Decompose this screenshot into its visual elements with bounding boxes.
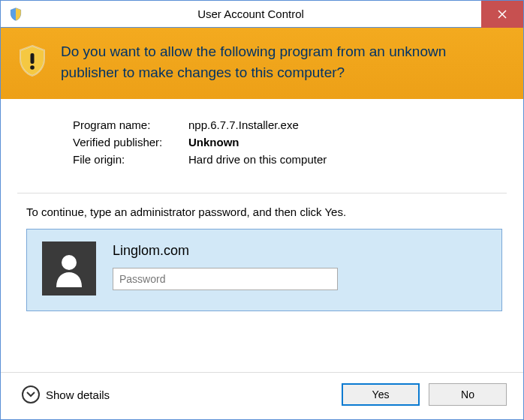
avatar bbox=[42, 242, 96, 296]
show-details-label: Show details bbox=[46, 388, 110, 401]
password-input[interactable] bbox=[113, 268, 338, 290]
publisher-label: Verified publisher: bbox=[73, 136, 188, 148]
svg-point-2 bbox=[62, 255, 77, 270]
detail-row: Program name: npp.6.7.7.Installer.exe bbox=[73, 118, 507, 131]
publisher-value: Unknown bbox=[188, 136, 507, 148]
chevron-down-icon bbox=[22, 386, 40, 404]
close-button[interactable] bbox=[481, 1, 523, 28]
show-details-toggle[interactable]: Show details bbox=[22, 386, 110, 404]
banner-text: Do you want to allow the following progr… bbox=[61, 41, 507, 82]
detail-row: Verified publisher: Unknown bbox=[73, 136, 507, 148]
warning-banner: Do you want to allow the following progr… bbox=[1, 28, 523, 99]
uac-dialog: User Account Control Do you want to allo… bbox=[0, 0, 524, 420]
no-button[interactable]: No bbox=[429, 383, 507, 406]
footer-buttons: Yes No bbox=[342, 383, 507, 406]
svg-point-1 bbox=[30, 65, 35, 70]
titlebar-title: User Account Control bbox=[23, 8, 523, 20]
svg-rect-0 bbox=[31, 53, 35, 64]
yes-button[interactable]: Yes bbox=[342, 383, 420, 406]
footer: Show details Yes No bbox=[1, 372, 523, 419]
instruction-text: To continue, type an administrator passw… bbox=[1, 194, 523, 229]
username-label: Linglom.com bbox=[113, 243, 486, 259]
titlebar: User Account Control bbox=[1, 1, 523, 28]
origin-label: File origin: bbox=[73, 153, 188, 166]
program-name-value: npp.6.7.7.Installer.exe bbox=[188, 118, 507, 131]
user-icon bbox=[50, 250, 88, 287]
credential-fields: Linglom.com bbox=[113, 242, 486, 296]
program-details: Program name: npp.6.7.7.Installer.exe Ve… bbox=[1, 99, 523, 182]
origin-value: Hard drive on this computer bbox=[188, 153, 507, 166]
close-icon bbox=[497, 9, 507, 20]
credential-box: Linglom.com bbox=[26, 229, 502, 311]
warning-shield-icon bbox=[17, 44, 47, 77]
program-name-label: Program name: bbox=[73, 118, 188, 131]
shield-icon bbox=[8, 7, 23, 22]
detail-row: File origin: Hard drive on this computer bbox=[73, 153, 507, 166]
